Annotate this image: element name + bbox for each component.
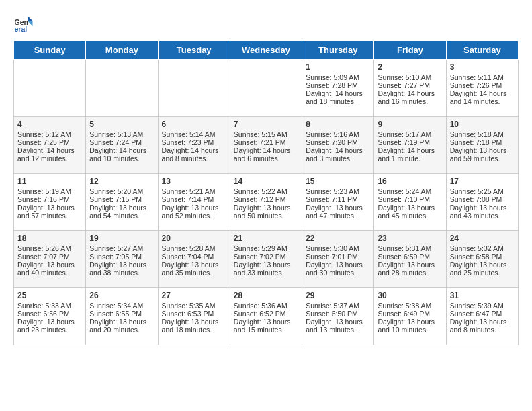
cell-info: and 1 minute. xyxy=(378,154,442,163)
cell-info: Sunrise: 5:10 AM xyxy=(378,73,442,81)
svg-text:eral: eral xyxy=(15,25,28,33)
cell-info: and 14 minutes. xyxy=(450,97,515,105)
calendar-body: 1Sunrise: 5:09 AMSunset: 7:28 PMDaylight… xyxy=(14,60,519,345)
cell-info: and 15 minutes. xyxy=(234,326,298,334)
cell-info: and 18 minutes. xyxy=(162,326,226,334)
calendar-cell: 31Sunrise: 5:39 AMSunset: 6:47 PMDayligh… xyxy=(446,288,518,345)
calendar-cell: 26Sunrise: 5:34 AMSunset: 6:55 PMDayligh… xyxy=(86,288,158,345)
calendar-cell: 16Sunrise: 5:24 AMSunset: 7:10 PMDayligh… xyxy=(374,174,446,231)
cell-info: Sunset: 7:27 PM xyxy=(378,81,442,89)
cell-info: Daylight: 13 hours xyxy=(450,203,515,212)
cell-info: Sunset: 6:49 PM xyxy=(378,310,442,318)
cell-info: Sunrise: 5:28 AM xyxy=(162,244,226,253)
cell-info: Sunset: 7:18 PM xyxy=(450,138,515,146)
page-header: Gen eral xyxy=(13,13,519,34)
svg-marker-3 xyxy=(28,21,33,26)
cell-info: Daylight: 14 hours xyxy=(162,146,226,154)
cell-info: Daylight: 14 hours xyxy=(306,146,370,154)
calendar-table: SundayMondayTuesdayWednesdayThursdayFrid… xyxy=(13,40,519,345)
cell-info: Sunset: 7:21 PM xyxy=(234,138,298,146)
day-number: 17 xyxy=(450,177,515,186)
cell-info: and 23 minutes. xyxy=(17,326,82,334)
cell-info: Sunrise: 5:26 AM xyxy=(17,244,82,253)
calendar-cell: 27Sunrise: 5:35 AMSunset: 6:53 PMDayligh… xyxy=(158,288,230,345)
calendar-cell: 14Sunrise: 5:22 AMSunset: 7:12 PMDayligh… xyxy=(230,174,302,231)
calendar-header: SundayMondayTuesdayWednesdayThursdayFrid… xyxy=(14,41,519,60)
cell-info: Sunset: 6:56 PM xyxy=(17,310,82,318)
cell-info: Sunrise: 5:39 AM xyxy=(450,302,515,310)
cell-info: Sunrise: 5:20 AM xyxy=(89,187,154,195)
cell-info: Daylight: 13 hours xyxy=(234,261,298,269)
cell-info: Sunrise: 5:21 AM xyxy=(162,187,226,195)
cell-info: Daylight: 13 hours xyxy=(306,318,370,326)
cell-info: and 57 minutes. xyxy=(17,212,82,220)
logo: Gen eral xyxy=(13,13,36,34)
day-number: 4 xyxy=(17,120,82,129)
day-number: 5 xyxy=(89,120,154,129)
cell-info: Sunset: 7:01 PM xyxy=(306,253,370,261)
cell-info: Daylight: 13 hours xyxy=(162,203,226,212)
cell-info: Daylight: 13 hours xyxy=(234,318,298,326)
calendar-cell: 22Sunrise: 5:30 AMSunset: 7:01 PMDayligh… xyxy=(302,231,374,288)
cell-info: Sunrise: 5:30 AM xyxy=(306,244,370,253)
day-number: 9 xyxy=(378,120,442,129)
day-number: 20 xyxy=(162,234,226,243)
cell-info: Daylight: 14 hours xyxy=(378,146,442,154)
cell-info: and 8 minutes. xyxy=(162,154,226,163)
cell-info: Sunrise: 5:16 AM xyxy=(306,130,370,138)
cell-info: and 59 minutes. xyxy=(450,154,515,163)
cell-info: Sunset: 7:07 PM xyxy=(17,253,82,261)
calendar-cell: 13Sunrise: 5:21 AMSunset: 7:14 PMDayligh… xyxy=(158,174,230,231)
day-number: 3 xyxy=(450,62,515,72)
cell-info: and 35 minutes. xyxy=(162,269,226,277)
day-number: 12 xyxy=(89,177,154,186)
day-header-tuesday: Tuesday xyxy=(158,41,230,60)
cell-info: Sunrise: 5:25 AM xyxy=(450,187,515,195)
cell-info: Sunset: 7:10 PM xyxy=(378,195,442,203)
cell-info: Sunset: 7:16 PM xyxy=(17,195,82,203)
day-number: 19 xyxy=(89,234,154,243)
cell-info: Sunset: 7:12 PM xyxy=(234,195,298,203)
cell-info: Sunrise: 5:19 AM xyxy=(17,187,82,195)
cell-info: Daylight: 13 hours xyxy=(306,203,370,212)
cell-info: and 16 minutes. xyxy=(378,97,442,105)
cell-info: Daylight: 14 hours xyxy=(306,89,370,97)
cell-info: Daylight: 14 hours xyxy=(450,89,515,97)
calendar-cell: 1Sunrise: 5:09 AMSunset: 7:28 PMDaylight… xyxy=(302,60,374,117)
day-number: 2 xyxy=(378,62,442,72)
cell-info: and 25 minutes. xyxy=(450,269,515,277)
calendar-cell xyxy=(158,60,230,117)
day-number: 31 xyxy=(450,291,515,300)
cell-info: Sunrise: 5:11 AM xyxy=(450,73,515,81)
cell-info: Sunrise: 5:14 AM xyxy=(162,130,226,138)
cell-info: Daylight: 13 hours xyxy=(89,203,154,212)
cell-info: Sunset: 6:55 PM xyxy=(89,310,154,318)
cell-info: and 13 minutes. xyxy=(306,326,370,334)
day-number: 29 xyxy=(306,291,370,300)
week-row-5: 25Sunrise: 5:33 AMSunset: 6:56 PMDayligh… xyxy=(14,288,519,345)
day-number: 11 xyxy=(17,177,82,186)
day-number: 30 xyxy=(378,291,442,300)
calendar-cell: 19Sunrise: 5:27 AMSunset: 7:05 PMDayligh… xyxy=(86,231,158,288)
cell-info: Sunset: 7:08 PM xyxy=(450,195,515,203)
day-number: 21 xyxy=(234,234,298,243)
cell-info: Daylight: 13 hours xyxy=(450,318,515,326)
cell-info: Sunrise: 5:37 AM xyxy=(306,302,370,310)
cell-info: and 43 minutes. xyxy=(450,212,515,220)
calendar-cell: 10Sunrise: 5:18 AMSunset: 7:18 PMDayligh… xyxy=(446,117,518,174)
cell-info: Daylight: 13 hours xyxy=(378,318,442,326)
calendar-cell: 9Sunrise: 5:17 AMSunset: 7:19 PMDaylight… xyxy=(374,117,446,174)
calendar-cell xyxy=(86,60,158,117)
cell-info: Sunset: 7:02 PM xyxy=(234,253,298,261)
day-number: 7 xyxy=(234,120,298,129)
cell-info: Sunrise: 5:34 AM xyxy=(89,302,154,310)
svg-marker-2 xyxy=(28,16,33,21)
day-number: 6 xyxy=(162,120,226,129)
cell-info: and 18 minutes. xyxy=(306,97,370,105)
cell-info: and 6 minutes. xyxy=(234,154,298,163)
cell-info: Daylight: 13 hours xyxy=(378,203,442,212)
cell-info: and 10 minutes. xyxy=(89,154,154,163)
cell-info: Sunrise: 5:12 AM xyxy=(17,130,82,138)
cell-info: Daylight: 14 hours xyxy=(234,146,298,154)
cell-info: and 12 minutes. xyxy=(17,154,82,163)
